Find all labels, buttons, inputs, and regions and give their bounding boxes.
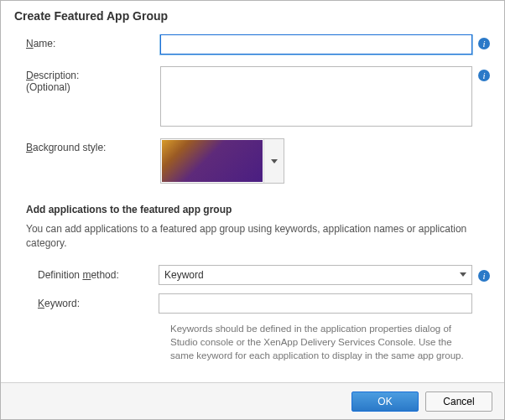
ok-button[interactable]: OK — [351, 391, 419, 412]
chevron-down-icon — [271, 159, 278, 163]
info-icon[interactable]: i — [477, 269, 491, 283]
keyword-label: Keyword: — [26, 298, 159, 309]
info-icon[interactable]: i — [477, 69, 491, 82]
create-featured-app-group-dialog: Create Featured App Group Name: i Descri… — [0, 0, 505, 420]
definition-method-row: Definition method: Keyword i — [26, 265, 491, 285]
info-icon[interactable]: i — [477, 37, 491, 50]
cancel-button[interactable]: Cancel — [425, 391, 492, 412]
dialog-footer: OK Cancel — [1, 382, 504, 419]
add-apps-heading: Add applications to the featured app gro… — [26, 204, 491, 215]
definition-method-value: Keyword — [164, 269, 204, 281]
svg-text:i: i — [482, 271, 485, 281]
dialog-title: Create Featured App Group — [1, 1, 504, 34]
definition-method-select[interactable]: Keyword — [159, 265, 472, 285]
bgstyle-swatch — [162, 140, 263, 182]
dialog-content: Name: i Description: (Optional) i — [1, 34, 504, 382]
keyword-row: Keyword: — [26, 293, 491, 314]
bgstyle-caret[interactable] — [263, 139, 284, 183]
name-label: Name: — [26, 34, 160, 49]
definition-method-label: Definition method: — [26, 269, 159, 281]
description-label: Description: (Optional) — [26, 66, 160, 93]
add-apps-description: You can add applications to a featured a… — [26, 222, 491, 251]
svg-text:i: i — [482, 70, 485, 80]
svg-text:i: i — [482, 39, 485, 49]
name-input[interactable] — [160, 34, 472, 54]
keyword-input[interactable] — [159, 293, 472, 314]
bgstyle-row: Background style: — [26, 138, 491, 184]
description-input[interactable] — [160, 66, 472, 127]
bgstyle-dropdown[interactable] — [160, 138, 284, 184]
keyword-hint: Keywords should be defined in the applic… — [170, 322, 491, 362]
chevron-down-icon — [460, 272, 466, 277]
bgstyle-label: Background style: — [26, 138, 160, 153]
name-row: Name: i — [26, 34, 491, 54]
description-row: Description: (Optional) i — [26, 66, 491, 127]
